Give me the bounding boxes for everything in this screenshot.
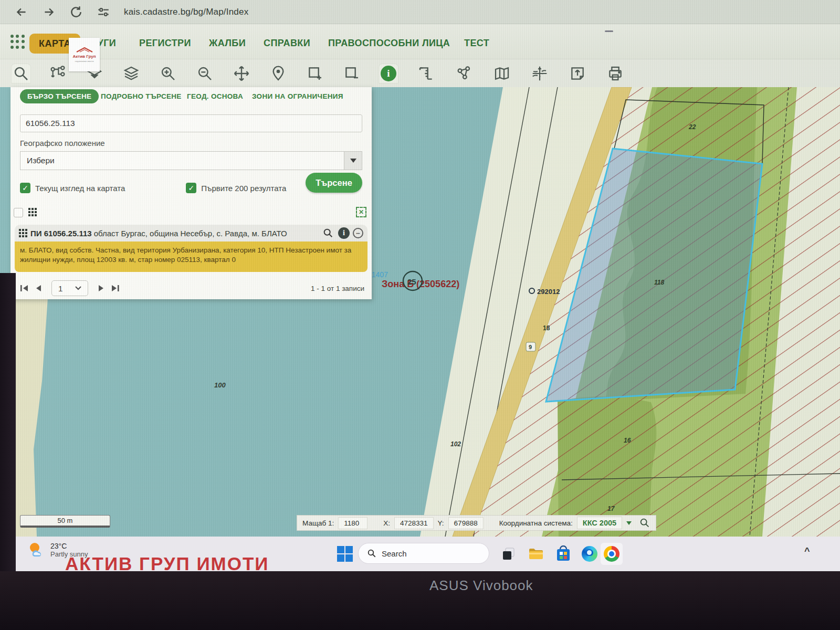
select-rect-remove-icon[interactable] [342,64,361,83]
taskbar-search-label: Search [382,549,407,558]
taskbar-chevron-icon[interactable]: ^ [804,546,810,557]
logo-title: Актив Груп [72,54,96,59]
nav-item-pravosposobni[interactable]: ПРАВОСПОСОБНИ ЛИЦА [328,38,450,49]
map-statusbar: Мащаб 1: 1180 X: 4728331 Y: 679888 Коорд… [297,515,656,531]
select-rect-add-icon[interactable] [306,64,324,83]
windows-logo-icon [337,546,353,562]
chrome-icon [604,546,620,562]
page-value: 1 [58,284,62,293]
result-zoom-icon[interactable] [321,226,335,240]
search-input[interactable] [20,114,362,132]
start-button[interactable] [334,543,356,565]
tab-detailed-search[interactable]: ПОДРОБНО ТЪРСЕНЕ [101,92,182,100]
grid-view-icon[interactable] [28,208,37,216]
logo-subtitle: недвижими имоти [75,60,93,62]
result-remove-icon[interactable]: – [353,228,363,238]
map-label-sea: 100 [214,381,226,389]
temperature: 23°C [50,542,88,550]
taskbar-search[interactable]: Search [358,543,489,564]
chrome-active-indicator [605,30,613,32]
route-nodes-icon[interactable] [48,64,67,83]
x-value: 4728331 [394,517,434,529]
result-row[interactable]: ПИ 61056.25.113 област Бургас, община Не… [15,225,368,242]
chevron-down-icon [75,286,81,290]
statusbar-search-icon[interactable] [639,517,650,529]
chevron-down-icon[interactable] [626,521,632,525]
tab-geodesy[interactable]: ГЕОД. ОСНОВА [187,92,243,100]
layers-icon[interactable] [122,64,141,83]
file-explorer-icon [528,545,544,562]
forward-icon[interactable] [42,5,56,19]
tab-quick-search[interactable]: БЪРЗО ТЪРСЕНЕ [20,89,99,103]
bezel-left [0,273,16,571]
result-parcel-id: ПИ 61056.25.113 [30,229,92,238]
zoom-extent-icon[interactable]: ✕ [356,207,366,217]
tab-restriction-zones[interactable]: ЗОНИ НА ОГРАНИЧЕНИЯ [252,92,343,100]
edge-button[interactable] [579,543,601,565]
bezel-bottom [0,571,840,630]
map-label-18: 18 [543,324,550,332]
crs-value[interactable]: ККС 2005 [577,517,622,529]
scale-value[interactable]: 1180 [338,517,368,529]
share-network-icon[interactable] [455,64,474,83]
map-sheet-icon[interactable] [492,64,511,83]
page-select[interactable]: 1 [51,280,88,296]
result-detail: м. БЛАТО, вид собств. Частна, вид терито… [15,242,368,272]
zoom-out-icon[interactable] [195,64,214,83]
last-page-icon[interactable] [108,282,122,294]
zoom-in-icon[interactable] [159,64,177,83]
nav-item-zhalbi[interactable]: ЖАЛБИ [209,38,246,49]
search-button[interactable]: Търсене [306,173,362,193]
geo-position-value: Избери [27,156,55,165]
browser-toolbar: kais.cadastre.bg/bg/Map/Index [0,0,840,24]
search-tool-icon[interactable] [12,64,30,83]
site-settings-icon[interactable] [97,5,110,19]
task-view-button[interactable] [498,543,520,565]
file-explorer-button[interactable] [525,543,547,565]
current-view-label: Текущ изглед на картата [35,184,125,193]
agency-logo: Актив Груп недвижими имоти [69,38,100,71]
current-view-checkbox[interactable]: ✓ [20,183,30,193]
reload-icon[interactable] [69,5,83,19]
map-zone-circle-value: 25 [407,277,416,286]
prev-page-icon[interactable] [32,282,45,294]
profile-measure-icon[interactable] [417,64,436,83]
nav-item-registri[interactable]: РЕГИСТРИ [139,38,191,49]
results-header: ✕ [14,207,369,220]
location-pin-icon[interactable] [269,64,288,83]
search-icon [367,549,376,558]
select-all-checkbox[interactable] [14,208,23,217]
result-info-icon[interactable]: i [338,227,350,239]
next-page-icon[interactable] [94,282,108,294]
ms-store-button[interactable] [552,543,574,565]
ms-store-icon [555,545,571,562]
search-panel: БЪРЗО ТЪРСЕНЕ ПОДРОБНО ТЪРСЕНЕ ГЕОД. ОСН… [10,87,372,299]
pan-icon[interactable] [232,64,251,83]
chrome-button[interactable] [601,543,623,565]
first-200-checkbox[interactable]: ✓ [186,183,196,193]
edge-icon [582,546,597,562]
select-arrow-button[interactable] [344,152,362,170]
back-icon[interactable] [15,5,28,19]
nav-item-test[interactable]: ТЕСТ [464,38,489,49]
task-view-icon [501,546,517,562]
geo-position-label: Географско положение [20,139,105,148]
url-text[interactable]: kais.cadastre.bg/bg/Map/Index [124,7,248,17]
info-tool-icon[interactable]: i [379,64,398,83]
map-label-118: 118 [654,279,664,286]
results-summary: 1 - 1 от 1 записи [311,285,364,292]
axis-cross-icon[interactable] [530,64,549,83]
first-200-label: Първите 200 резултата [201,184,286,193]
map-label-zone: Зона Б (2505622) [382,279,459,289]
map-label-beach: 102 [450,440,461,448]
nav-item-spravki[interactable]: СПРАВКИ [264,38,310,49]
laptop-brand: ASUS Vivobook [429,578,533,594]
map-label-16: 16 [624,437,631,444]
y-label: Y: [438,519,444,527]
app-grid-icon[interactable] [10,35,25,49]
export-page-icon[interactable] [568,64,587,83]
weather-icon [27,541,45,559]
first-page-icon[interactable] [18,282,32,294]
print-icon[interactable] [606,64,625,83]
geo-position-select[interactable]: Избери [20,151,362,170]
